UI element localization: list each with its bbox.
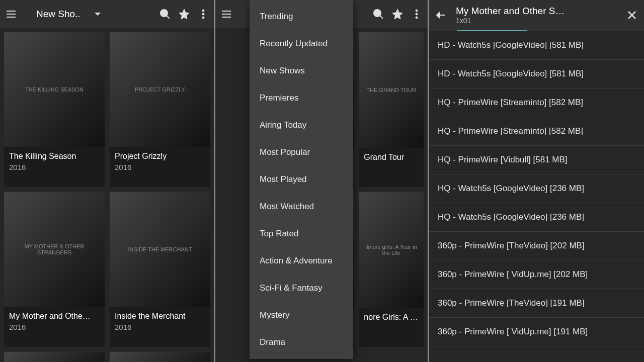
menu-item[interactable]: Trending <box>250 3 353 30</box>
search-icon[interactable] <box>371 7 385 21</box>
show-title: Inside the Merchant <box>115 312 205 321</box>
source-item[interactable]: 360p - PrimeWire [ VidUp.me] [191 MB] <box>429 318 644 346</box>
menu-item[interactable]: New Shows <box>250 57 353 84</box>
poster-image: ilmore girls: A Year in the Life <box>359 192 424 308</box>
show-title: Project Grizzly <box>115 152 205 161</box>
source-item[interactable]: 360p - PrimeWire [TheVideo] [191 MB] <box>429 289 644 318</box>
panel-browse-menu-open: W Westwo… 2016 THE GRAND TOUR Grand Tour… <box>214 0 429 362</box>
menu-item[interactable]: Recently Updated <box>250 30 353 57</box>
chevron-down-icon <box>95 13 101 16</box>
source-list: HD - Watch5s [GoogleVideo] [581 MB] HD -… <box>429 31 644 346</box>
svg-point-1 <box>202 10 204 12</box>
show-card[interactable]: THE KILLING SEASON The Killing Season 20… <box>4 32 105 187</box>
source-item[interactable]: HQ - Watch5s [GoogleVideo] [236 MB] <box>429 174 644 203</box>
detail-title: My Mother and Other S… <box>456 6 617 17</box>
menu-item[interactable]: Drama <box>250 329 353 356</box>
menu-item[interactable]: Airing Today <box>250 112 353 139</box>
menu-item[interactable]: Premieres <box>250 84 353 112</box>
show-card[interactable]: PROJECT GRIZZLY Project Grizzly 2016 <box>110 32 210 187</box>
show-year: 2016 <box>9 163 100 171</box>
source-item[interactable]: HD - Watch5s [GoogleVideo] [581 MB] <box>429 60 644 88</box>
source-item[interactable]: HQ - PrimeWire [Streaminto] [582 MB] <box>429 117 644 146</box>
source-item[interactable]: 360p - PrimeWire [TheVideo] [202 MB] <box>429 232 644 260</box>
detail-appbar: My Mother and Other S… 1x01 <box>429 0 644 30</box>
svg-point-4 <box>374 10 381 17</box>
menu-item[interactable]: Action & Adventure <box>250 247 353 275</box>
svg-point-3 <box>202 17 204 19</box>
category-menu: Trending Recently Updated New Shows Prem… <box>250 0 353 359</box>
svg-point-6 <box>416 13 418 15</box>
source-item[interactable]: HQ - Watch5s [GoogleVideo] [236 MB] <box>429 203 644 232</box>
show-card[interactable]: ilmore girls: A Year in the Life nore Gi… <box>359 192 424 347</box>
source-item[interactable]: HD - Watch5s [GoogleVideo] [581 MB] <box>429 31 644 60</box>
menu-item[interactable]: Mystery <box>250 302 353 329</box>
show-title: nore Girls: A Yea… <box>364 313 419 322</box>
menu-item[interactable]: Most Popular <box>250 139 353 166</box>
show-year: 2016 <box>115 163 205 171</box>
menu-item[interactable]: Sci-Fi & Fantasy <box>250 275 353 302</box>
poster-image: MY MOTHER & OTHER STRANGERS <box>4 192 105 307</box>
show-grid: THE KILLING SEASON The Killing Season 20… <box>0 28 214 362</box>
show-title: The Killing Season <box>9 152 100 161</box>
svg-point-2 <box>202 13 204 15</box>
hamburger-icon[interactable] <box>4 7 18 21</box>
panel-sources: My Mother and Other S… 1x01 HD - Watch5s… <box>429 0 644 362</box>
svg-point-0 <box>160 10 168 17</box>
show-title: Grand Tour <box>364 153 419 162</box>
show-card[interactable]: MY MOTHER & OTHER STRANGERS My Mother an… <box>4 192 105 347</box>
category-label: New Sho.. <box>36 9 80 20</box>
source-item[interactable]: 360p - PrimeWire [ VidUp.me] [202 MB] <box>429 260 644 289</box>
overflow-icon[interactable] <box>410 7 424 21</box>
star-icon[interactable] <box>390 7 405 21</box>
back-icon[interactable] <box>434 8 448 22</box>
appbar: New Sho.. <box>0 0 214 28</box>
overflow-icon[interactable] <box>196 7 210 21</box>
show-card[interactable] <box>4 352 105 362</box>
show-year: 2016 <box>115 323 205 331</box>
poster-image: THE KILLING SEASON <box>4 32 105 147</box>
svg-point-7 <box>416 17 418 19</box>
detail-subtitle: 1x01 <box>456 17 617 25</box>
show-card[interactable] <box>110 352 210 362</box>
poster-image: THE GRAND TOUR <box>359 32 424 148</box>
show-card[interactable]: THE GRAND TOUR Grand Tour <box>359 32 424 187</box>
close-icon[interactable] <box>625 8 639 22</box>
panel-browse: New Sho.. THE KILLING SEASON The Killing… <box>0 0 214 362</box>
poster-image: INSIDE THE MERCHANT <box>110 192 210 307</box>
poster-image: PROJECT GRIZZLY <box>110 32 210 147</box>
poster-image <box>4 352 105 362</box>
source-item[interactable]: HQ - PrimeWire [Vidbull] [581 MB] <box>429 146 644 174</box>
menu-item[interactable]: Top Rated <box>250 220 353 247</box>
svg-point-5 <box>416 10 418 12</box>
hamburger-icon[interactable] <box>219 7 233 21</box>
show-year: 2016 <box>9 323 100 331</box>
source-item[interactable]: HQ - PrimeWire [Streaminto] [582 MB] <box>429 88 644 117</box>
tab-indicator <box>429 30 644 31</box>
show-card[interactable]: INSIDE THE MERCHANT Inside the Merchant … <box>110 192 210 347</box>
show-title: My Mother and Othe… <box>9 312 100 321</box>
star-icon[interactable] <box>177 7 191 21</box>
poster-image <box>110 352 210 362</box>
search-icon[interactable] <box>158 7 172 21</box>
menu-item[interactable]: Most Watched <box>250 193 353 220</box>
menu-item[interactable]: Most Played <box>250 166 353 193</box>
category-dropdown[interactable]: New Sho.. <box>36 9 101 20</box>
